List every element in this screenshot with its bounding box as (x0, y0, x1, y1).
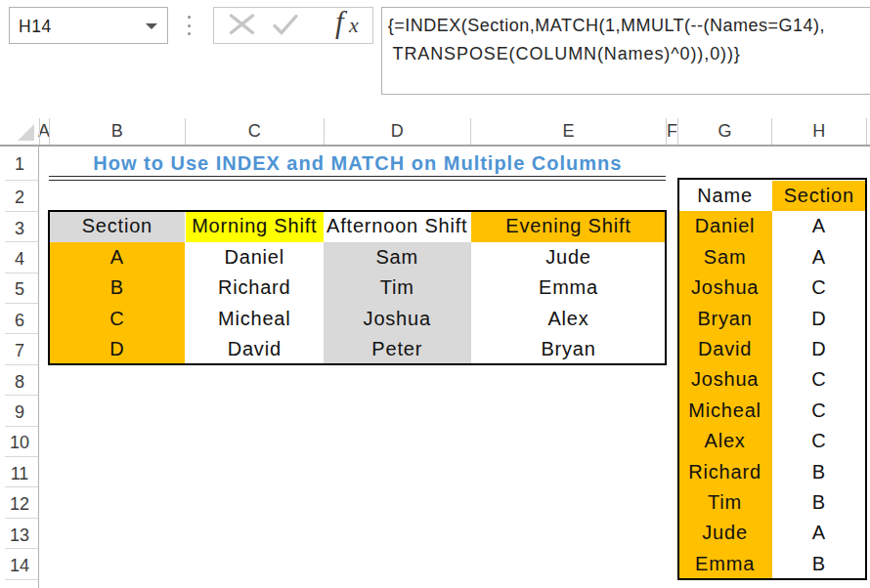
svg-text:f: f (335, 7, 348, 39)
svg-text:x: x (348, 13, 359, 37)
